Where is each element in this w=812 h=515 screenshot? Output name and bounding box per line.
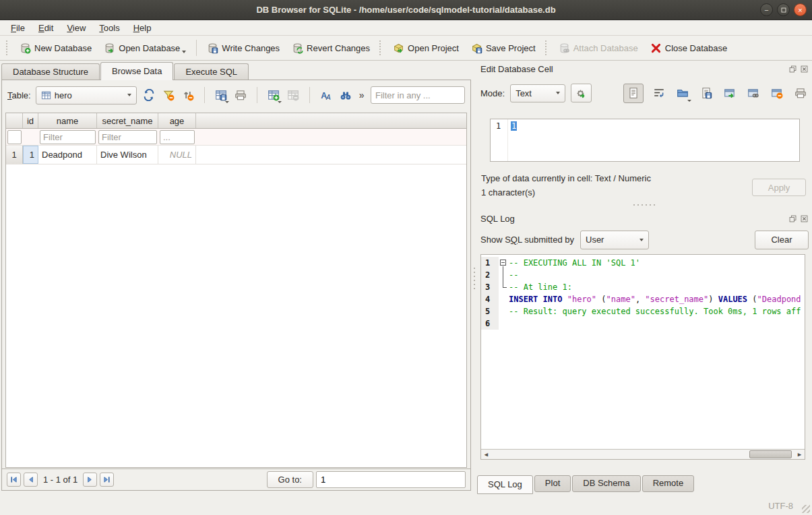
- maximize-button[interactable]: [777, 3, 790, 16]
- close-dock-icon[interactable]: [800, 65, 809, 73]
- column-header-filler: [196, 113, 466, 128]
- cell-id[interactable]: 1: [23, 146, 38, 164]
- column-header-secret-name[interactable]: secret_name: [97, 113, 158, 128]
- dock-tab-plot[interactable]: Plot: [534, 475, 571, 492]
- open-in-external-button[interactable]: [722, 85, 738, 101]
- cell-secret-name[interactable]: Dive Wilson: [97, 146, 158, 164]
- export-table-button[interactable]: [214, 88, 228, 102]
- column-header-id[interactable]: id: [23, 113, 38, 128]
- toolbar-drag-handle[interactable]: [6, 40, 10, 55]
- dock-tab-db-schema[interactable]: DB Schema: [572, 475, 640, 492]
- cell-value-editor[interactable]: 1 1: [490, 119, 800, 162]
- cell-name[interactable]: Deadpond: [38, 146, 97, 164]
- font-settings-button[interactable]: [319, 88, 334, 102]
- last-record-button[interactable]: [100, 473, 114, 487]
- grid-corner-header[interactable]: [6, 113, 23, 128]
- apply-button[interactable]: Apply: [752, 179, 806, 196]
- mode-select[interactable]: Text: [510, 84, 565, 102]
- clear-sort-icon: [182, 89, 194, 101]
- sql-log-dock-titlebar[interactable]: SQL Log: [480, 212, 809, 225]
- word-wrap-button[interactable]: [651, 85, 667, 101]
- clear-sorting-button[interactable]: [181, 88, 195, 102]
- column-header-name[interactable]: name: [38, 113, 97, 128]
- dock-tab-remote[interactable]: Remote: [642, 475, 695, 492]
- insert-record-button[interactable]: [266, 88, 281, 102]
- tab-execute-sql[interactable]: Execute SQL: [174, 63, 249, 80]
- filter-input-secret-name[interactable]: [98, 130, 157, 144]
- title-bar[interactable]: DB Browser for SQLite - /home/user/code/…: [0, 0, 812, 20]
- refresh-button[interactable]: [142, 88, 156, 102]
- set-null-button[interactable]: [769, 85, 785, 101]
- text-mode-button[interactable]: [623, 84, 644, 103]
- new-database-button[interactable]: New Database: [13, 39, 98, 57]
- chevron-down-icon: [127, 94, 131, 96]
- delete-record-button[interactable]: [286, 88, 301, 102]
- first-record-button[interactable]: [7, 473, 21, 487]
- tab-browse-data[interactable]: Browse Data: [100, 62, 173, 80]
- menu-edit[interactable]: Edit: [32, 22, 60, 34]
- print-cell-button[interactable]: [792, 85, 809, 101]
- toolbar-overflow-chevron[interactable]: »: [359, 90, 365, 100]
- close-button[interactable]: ×: [794, 3, 807, 16]
- chevron-down-icon: [556, 92, 560, 94]
- write-changes-button[interactable]: Write Changes: [201, 39, 286, 57]
- auto-format-button[interactable]: [571, 84, 592, 102]
- column-header-age[interactable]: age: [158, 113, 196, 128]
- filter-input-age[interactable]: [160, 130, 195, 144]
- open-project-button[interactable]: Open Project: [387, 39, 465, 57]
- previous-record-button[interactable]: [24, 473, 38, 487]
- goto-input[interactable]: [316, 471, 466, 488]
- scrollbar-thumb[interactable]: [749, 450, 792, 458]
- row-header[interactable]: 1: [6, 146, 23, 164]
- table-label: Table:: [7, 90, 31, 100]
- dock-splitter[interactable]: [477, 202, 812, 207]
- clear-filters-button[interactable]: [161, 88, 176, 102]
- attach-database-button[interactable]: Attach Database: [553, 39, 644, 57]
- clear-log-button[interactable]: Clear: [755, 231, 809, 249]
- export-data-button[interactable]: [698, 85, 714, 101]
- open-database-dropdown-icon[interactable]: [182, 51, 186, 53]
- close-database-button[interactable]: Close Database: [644, 39, 734, 57]
- status-bar: UTF-8: [0, 497, 812, 515]
- scroll-left-arrow[interactable]: ◀: [481, 450, 491, 459]
- filter-input-name[interactable]: [40, 130, 96, 144]
- float-dock-icon[interactable]: [788, 214, 797, 223]
- resize-grip-icon[interactable]: [802, 505, 810, 513]
- tab-database-structure[interactable]: Database Structure: [1, 63, 100, 80]
- menu-view[interactable]: View: [60, 22, 92, 34]
- sql-log-editor[interactable]: 1-- EXECUTING ALL IN 'SQL 1'2--3-- At li…: [480, 254, 805, 460]
- filter-input-id[interactable]: [7, 130, 22, 144]
- copy-link-button[interactable]: [745, 85, 761, 101]
- horizontal-scrollbar[interactable]: ◀ ▶: [481, 449, 805, 459]
- sql-source-select[interactable]: User: [580, 231, 649, 249]
- scrollbar-track[interactable]: [491, 450, 794, 459]
- fold-marker-icon[interactable]: [500, 260, 506, 266]
- table-select[interactable]: hero: [36, 86, 137, 104]
- panel-splitter[interactable]: [472, 61, 477, 497]
- menu-help[interactable]: Help: [127, 22, 158, 34]
- print-table-button[interactable]: [233, 88, 248, 102]
- next-record-button[interactable]: [83, 473, 97, 487]
- minimize-button[interactable]: −: [760, 3, 773, 16]
- filter-any-input[interactable]: [371, 86, 465, 104]
- menu-tools[interactable]: Tools: [92, 22, 126, 34]
- window-controls: − ×: [760, 3, 807, 16]
- edit-cell-dock-titlebar[interactable]: Edit Database Cell: [480, 62, 809, 75]
- menu-file[interactable]: File: [4, 22, 32, 34]
- cell-age[interactable]: NULL: [158, 146, 196, 164]
- goto-button[interactable]: Go to:: [267, 471, 313, 488]
- toolbar-drag-handle[interactable]: [379, 40, 383, 55]
- open-database-button[interactable]: Open Database: [98, 39, 192, 57]
- edit-cell-toolbar: [623, 84, 809, 103]
- printer-icon: [794, 87, 807, 99]
- import-data-button[interactable]: [675, 85, 691, 101]
- find-button[interactable]: [338, 88, 353, 102]
- dock-tab-sql-log[interactable]: SQL Log: [477, 475, 533, 494]
- close-dock-icon[interactable]: [800, 214, 809, 223]
- save-project-button[interactable]: Save Project: [465, 39, 542, 57]
- float-dock-icon[interactable]: [788, 65, 797, 73]
- toolbar-drag-handle[interactable]: [545, 40, 549, 55]
- scroll-right-arrow[interactable]: ▶: [794, 450, 805, 459]
- export-table-icon: [215, 89, 227, 101]
- revert-changes-button[interactable]: Revert Changes: [286, 39, 376, 57]
